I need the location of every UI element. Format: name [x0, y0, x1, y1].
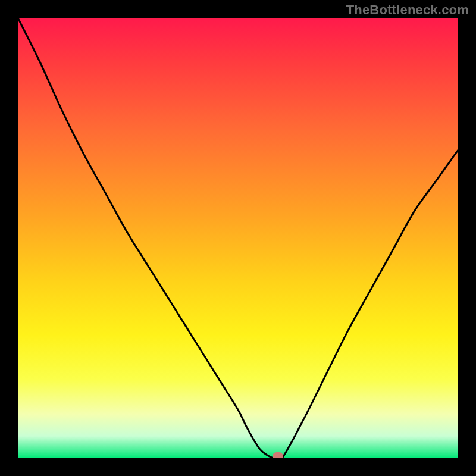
watermark-text: TheBottleneck.com	[346, 2, 469, 18]
curve-path	[18, 18, 458, 458]
plot-area	[18, 18, 458, 458]
chart-frame: TheBottleneck.com	[0, 0, 476, 476]
bottleneck-curve	[18, 18, 458, 458]
minimum-marker-icon	[273, 452, 283, 458]
